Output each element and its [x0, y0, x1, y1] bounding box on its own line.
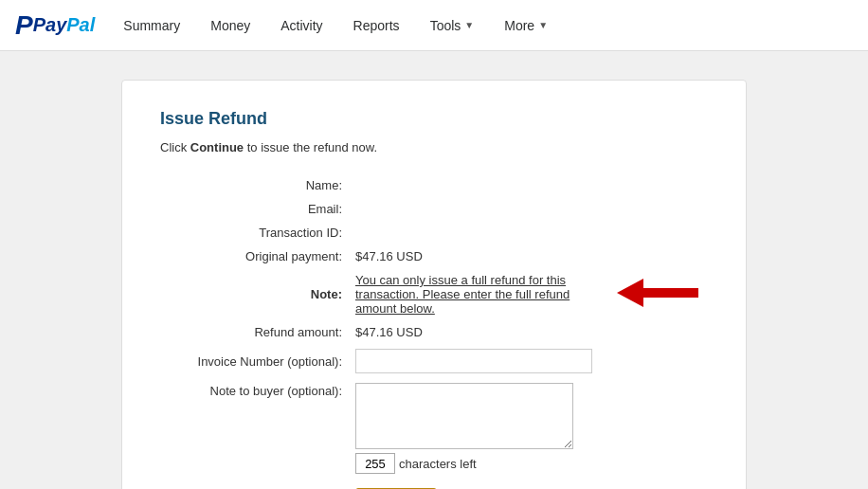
page-body: Issue Refund Click Continue to issue the… — [0, 51, 868, 489]
buttons-cell: Continue Cancel — [350, 479, 708, 489]
more-chevron-icon: ▼ — [538, 20, 548, 30]
invoice-input[interactable] — [355, 349, 592, 373]
original-payment-row: Original payment: $47.16 USD — [160, 244, 708, 268]
intro-text: Click Continue to issue the refund now. — [160, 140, 708, 154]
note-underline-text: You can only issue a full refund for thi… — [355, 273, 570, 316]
refund-amount-label: Refund amount: — [160, 320, 350, 344]
name-row: Name: — [160, 173, 708, 197]
note-content-cell: You can only issue a full refund for thi… — [350, 268, 708, 320]
note-label: Note: — [311, 287, 342, 301]
nav-summary[interactable]: Summary — [110, 0, 193, 51]
continue-word: Continue — [190, 140, 244, 154]
invoice-label: Invoice Number (optional): — [160, 344, 350, 378]
note-row: Note: You can only issue a full refund f… — [160, 268, 708, 320]
svg-marker-1 — [617, 279, 643, 307]
name-value — [350, 173, 708, 197]
name-label: Name: — [160, 173, 350, 197]
tools-chevron-icon: ▼ — [464, 20, 474, 30]
chars-left-row: characters left — [355, 453, 702, 474]
note-label-cell: Note: — [160, 268, 350, 320]
email-value — [350, 197, 708, 221]
paypal-logo[interactable]: P PayPal — [15, 10, 95, 41]
refund-form-table: Name: Email: Transaction ID: Original pa… — [160, 173, 708, 489]
original-payment-label: Original payment: — [160, 244, 350, 268]
nav-reports[interactable]: Reports — [340, 0, 413, 51]
nav-more[interactable]: More ▼ — [491, 0, 561, 51]
red-arrow-icon — [617, 274, 702, 315]
note-to-buyer-cell: characters left — [350, 378, 708, 479]
original-payment-value: $47.16 USD — [350, 244, 708, 268]
note-text: You can only issue a full refund for thi… — [355, 273, 606, 316]
chars-left-text: characters left — [399, 457, 477, 471]
buttons-row: Continue Cancel — [160, 479, 708, 489]
note-to-buyer-row: Note to buyer (optional): characters lef… — [160, 378, 708, 479]
refund-amount-value: $47.16 USD — [350, 320, 708, 344]
email-row: Email: — [160, 197, 708, 221]
chars-count-input[interactable] — [355, 453, 395, 474]
email-label: Email: — [160, 197, 350, 221]
invoice-row: Invoice Number (optional): — [160, 344, 708, 378]
nav-money[interactable]: Money — [197, 0, 263, 51]
nav-activity[interactable]: Activity — [267, 0, 335, 51]
transaction-id-label: Transaction ID: — [160, 221, 350, 244]
refund-amount-row: Refund amount: $47.16 USD — [160, 320, 708, 344]
note-to-buyer-label: Note to buyer (optional): — [160, 378, 350, 479]
transaction-id-value — [350, 221, 708, 244]
issue-refund-card: Issue Refund Click Continue to issue the… — [121, 80, 747, 489]
transaction-id-row: Transaction ID: — [160, 221, 708, 244]
invoice-value-cell — [350, 344, 708, 378]
card-title: Issue Refund — [160, 109, 708, 129]
navigation: P PayPal Summary Money Activity Reports … — [0, 0, 868, 51]
nav-tools[interactable]: Tools ▼ — [417, 0, 488, 51]
note-content-wrapper: You can only issue a full refund for thi… — [355, 273, 702, 316]
svg-rect-0 — [643, 288, 698, 298]
note-to-buyer-textarea[interactable] — [355, 383, 573, 449]
logo-text: PayPal — [33, 14, 96, 36]
logo-p: P — [15, 10, 33, 41]
